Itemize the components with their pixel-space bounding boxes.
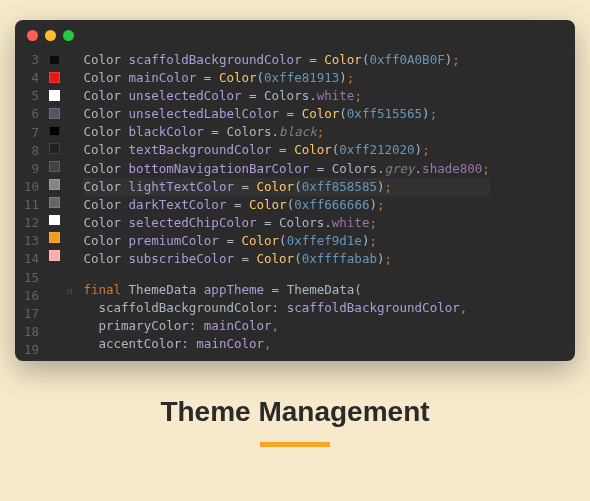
line-number: 11 <box>23 196 39 214</box>
code-line: accentColor: mainColor, <box>83 335 489 353</box>
code-line: final ThemeData appTheme = ThemeData( <box>83 281 489 299</box>
section-heading: Theme Management <box>160 396 429 428</box>
fold-marker <box>67 122 72 140</box>
color-swatch <box>49 72 60 83</box>
code-content[interactable]: Color scaffoldBackgroundColor = Color(0x… <box>75 51 497 353</box>
color-swatch <box>49 108 60 119</box>
line-number: 7 <box>23 124 39 142</box>
line-number: 18 <box>23 323 39 341</box>
line-number: 15 <box>23 269 39 287</box>
code-editor-window: 345678910111213141516171819 ⊟ Color scaf… <box>15 20 575 361</box>
code-line: Color textBackgroundColor = Color(0xff21… <box>83 141 489 159</box>
line-number-gutter: 345678910111213141516171819 <box>15 51 45 353</box>
minimize-icon[interactable] <box>45 30 56 41</box>
fold-marker <box>67 69 72 87</box>
line-number: 4 <box>23 69 39 87</box>
fold-marker <box>67 104 72 122</box>
code-line: Color subscribeColor = Color(0xffffabab)… <box>83 250 489 268</box>
code-line: Color darkTextColor = Color(0xff666666); <box>83 196 489 214</box>
fold-marker <box>67 51 72 69</box>
fold-marker <box>67 335 72 353</box>
line-number: 19 <box>23 341 39 359</box>
code-line: Color bottomNavigationBarColor = Colors.… <box>83 160 489 178</box>
code-line: Color blackColor = Colors.black; <box>83 123 489 141</box>
titlebar <box>15 20 575 51</box>
close-icon[interactable] <box>27 30 38 41</box>
code-line: Color selectedChipColor = Colors.white; <box>83 214 489 232</box>
code-area: 345678910111213141516171819 ⊟ Color scaf… <box>15 51 575 361</box>
fold-marker <box>67 193 72 211</box>
line-number: 12 <box>23 214 39 232</box>
fold-gutter: ⊟ <box>64 51 75 353</box>
line-number: 17 <box>23 305 39 323</box>
fold-marker <box>67 175 72 193</box>
line-number: 8 <box>23 142 39 160</box>
code-line: Color premiumColor = Color(0xffef9d1e); <box>83 232 489 250</box>
line-number: 10 <box>23 178 39 196</box>
code-line <box>83 268 489 281</box>
color-swatch <box>49 197 60 208</box>
fold-marker <box>67 300 72 318</box>
maximize-icon[interactable] <box>63 30 74 41</box>
code-line: Color scaffoldBackgroundColor = Color(0x… <box>83 51 489 69</box>
code-line: scaffoldBackgroundColor: scaffoldBackgro… <box>83 299 489 317</box>
color-swatch <box>49 250 60 261</box>
fold-marker <box>67 264 72 282</box>
fold-marker <box>67 140 72 158</box>
fold-marker[interactable]: ⊟ <box>67 282 72 300</box>
code-line: Color lightTextColor = Color(0xff858585)… <box>83 178 489 196</box>
code-line: primaryColor: mainColor, <box>83 317 489 335</box>
line-number: 14 <box>23 250 39 268</box>
code-line: Color mainColor = Color(0xffe81913); <box>83 69 489 87</box>
line-number: 6 <box>23 105 39 123</box>
color-swatch <box>49 179 60 190</box>
color-swatch <box>49 126 60 137</box>
color-swatch <box>49 232 60 243</box>
color-swatch <box>49 90 60 101</box>
fold-marker <box>67 229 72 247</box>
code-line: Color unselectedColor = Colors.white; <box>83 87 489 105</box>
fold-marker <box>67 246 72 264</box>
fold-marker <box>67 87 72 105</box>
fold-marker <box>67 318 72 336</box>
line-number: 16 <box>23 287 39 305</box>
color-swatch <box>49 55 60 66</box>
color-swatch <box>49 215 60 226</box>
color-swatch <box>49 161 60 172</box>
line-number: 9 <box>23 160 39 178</box>
code-line: Color unselectedLabelColor = Color(0xff5… <box>83 105 489 123</box>
color-swatch <box>49 143 60 154</box>
heading-underline <box>260 442 330 447</box>
fold-marker <box>67 158 72 176</box>
fold-marker <box>67 211 72 229</box>
line-number: 13 <box>23 232 39 250</box>
color-swatch-gutter <box>45 51 64 353</box>
line-number: 3 <box>23 51 39 69</box>
line-number: 5 <box>23 87 39 105</box>
